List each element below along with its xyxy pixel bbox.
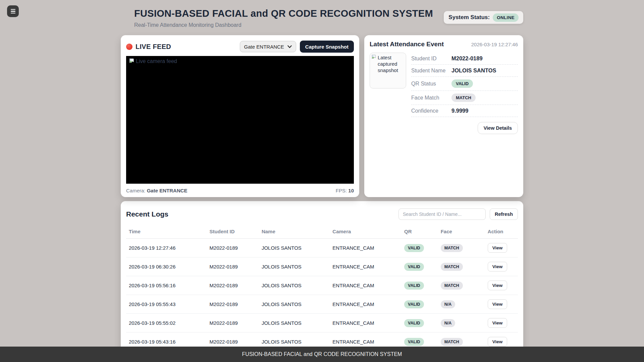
log-name: JOLOIS SANTOS bbox=[259, 257, 330, 276]
detail-row-confidence: Confidence 9.9999 bbox=[411, 105, 518, 117]
chevron-down-icon bbox=[287, 45, 292, 48]
face-badge: MATCH bbox=[441, 282, 463, 290]
recent-logs-card: Recent Logs Refresh Time Student ID Name bbox=[121, 201, 523, 362]
video-alt-text: Live camera feed bbox=[136, 58, 177, 64]
table-row: 2026-03-19 12:27:46 M2022-0189 JOLOIS SA… bbox=[126, 239, 518, 257]
broken-image-icon bbox=[129, 58, 135, 65]
menu-icon bbox=[11, 9, 15, 14]
student-name-value: JOLOIS SANTOS bbox=[451, 67, 496, 74]
fps-value: 10 bbox=[348, 188, 354, 193]
column-header-time: Time bbox=[126, 225, 207, 239]
face-match-badge: MATCH bbox=[451, 94, 476, 102]
log-student-id: M2022-0189 bbox=[207, 239, 259, 257]
menu-button[interactable] bbox=[7, 5, 19, 17]
log-name: JOLOIS SANTOS bbox=[259, 295, 330, 314]
camera-select[interactable]: Gate ENTRANCE bbox=[240, 41, 296, 52]
log-student-id: M2022-0189 bbox=[207, 295, 259, 314]
latest-event-title: Latest Attendance Event bbox=[370, 41, 444, 48]
detail-label: Student Name bbox=[411, 68, 451, 74]
qr-badge: VALID bbox=[404, 263, 424, 271]
qr-badge: VALID bbox=[404, 282, 424, 290]
view-button[interactable]: View bbox=[488, 262, 507, 272]
column-header-student-id: Student ID bbox=[207, 225, 259, 239]
live-feed-title: LIVE FEED bbox=[136, 43, 171, 51]
log-camera: ENTRANCE_CAM bbox=[330, 239, 401, 257]
qr-badge: VALID bbox=[404, 319, 424, 327]
recent-logs-title: Recent Logs bbox=[126, 210, 168, 218]
live-feed-card: LIVE FEED Gate ENTRANCE Capture Snapshot bbox=[121, 35, 359, 197]
camera-name: Gate ENTRANCE bbox=[147, 188, 187, 193]
camera-select-value: Gate ENTRANCE bbox=[244, 44, 284, 50]
face-badge: MATCH bbox=[441, 244, 463, 252]
column-header-action: Action bbox=[485, 225, 518, 239]
student-id-value: M2022-0189 bbox=[451, 55, 483, 62]
view-button[interactable]: View bbox=[488, 337, 507, 347]
log-student-id: M2022-0189 bbox=[207, 257, 259, 276]
log-time: 2026-03-19 06:30:26 bbox=[126, 257, 207, 276]
log-camera: ENTRANCE_CAM bbox=[330, 314, 401, 333]
system-status-label: System Status: bbox=[448, 14, 490, 21]
qr-badge: VALID bbox=[404, 244, 424, 252]
detail-label: Student ID bbox=[411, 56, 451, 62]
snapshot-placeholder: Latest captured snapshot bbox=[370, 53, 406, 88]
log-student-id: M2022-0189 bbox=[207, 276, 259, 295]
live-indicator-dot-icon bbox=[126, 44, 132, 50]
confidence-value: 9.9999 bbox=[451, 108, 468, 114]
table-row: 2026-03-19 05:56:16 M2022-0189 JOLOIS SA… bbox=[126, 276, 518, 295]
detail-row-student-name: Student Name JOLOIS SANTOS bbox=[411, 65, 518, 77]
face-badge: MATCH bbox=[441, 263, 463, 271]
table-row: 2026-03-19 05:55:43 M2022-0189 JOLOIS SA… bbox=[126, 295, 518, 314]
log-name: JOLOIS SANTOS bbox=[259, 239, 330, 257]
camera-meta: Camera: Gate ENTRANCE bbox=[126, 188, 187, 193]
face-badge: MATCH bbox=[441, 338, 463, 346]
fps-meta: FPS: 10 bbox=[336, 188, 354, 193]
column-header-qr: QR bbox=[401, 225, 438, 239]
view-button[interactable]: View bbox=[488, 281, 507, 290]
dashboard-page: FUSION-BASED FACIAL and QR CODE RECOGNIT… bbox=[0, 0, 644, 362]
log-time: 2026-03-19 05:55:43 bbox=[126, 295, 207, 314]
view-button[interactable]: View bbox=[488, 299, 507, 309]
live-video-frame: Live camera feed bbox=[126, 56, 354, 184]
column-header-camera: Camera bbox=[330, 225, 401, 239]
log-name: JOLOIS SANTOS bbox=[259, 314, 330, 333]
qr-badge: VALID bbox=[404, 300, 424, 308]
fps-label: FPS: bbox=[336, 188, 347, 193]
camera-label: Camera: bbox=[126, 188, 146, 193]
system-status: System Status: ONLINE bbox=[444, 11, 523, 24]
header: FUSION-BASED FACIAL and QR CODE RECOGNIT… bbox=[121, 0, 523, 35]
log-time: 2026-03-19 12:27:46 bbox=[126, 239, 207, 257]
face-badge: N/A bbox=[441, 319, 455, 327]
logs-header-row: Time Student ID Name Camera QR Face Acti… bbox=[126, 225, 518, 239]
log-time: 2026-03-19 05:56:16 bbox=[126, 276, 207, 295]
view-button[interactable]: View bbox=[488, 243, 507, 253]
capture-snapshot-button[interactable]: Capture Snapshot bbox=[300, 41, 354, 53]
face-badge: N/A bbox=[441, 300, 455, 308]
footer-text: FUSION-BASED FACIAL and QR CODE RECOGNIT… bbox=[242, 351, 402, 357]
snapshot-alt-text: Latest captured snapshot bbox=[378, 55, 405, 73]
qr-status-badge: VALID bbox=[451, 79, 473, 88]
view-button[interactable]: View bbox=[488, 318, 507, 328]
log-camera: ENTRANCE_CAM bbox=[330, 257, 401, 276]
refresh-button[interactable]: Refresh bbox=[490, 208, 518, 220]
detail-row-qr-status: QR Status VALID bbox=[411, 77, 518, 91]
column-header-name: Name bbox=[259, 225, 330, 239]
latest-event-timestamp: 2026-03-19 12:27:46 bbox=[471, 42, 518, 47]
view-details-button[interactable]: View Details bbox=[478, 122, 518, 134]
log-name: JOLOIS SANTOS bbox=[259, 276, 330, 295]
status-badge: ONLINE bbox=[493, 13, 519, 22]
footer-bar: FUSION-BASED FACIAL and QR CODE RECOGNIT… bbox=[0, 347, 644, 362]
table-row: 2026-03-19 06:30:26 M2022-0189 JOLOIS SA… bbox=[126, 257, 518, 276]
detail-row-face-match: Face Match MATCH bbox=[411, 91, 518, 105]
column-header-face: Face bbox=[438, 225, 485, 239]
detail-label: Face Match bbox=[411, 95, 451, 101]
event-detail-list: Student ID M2022-0189 Student Name JOLOI… bbox=[411, 53, 518, 117]
detail-row-student-id: Student ID M2022-0189 bbox=[411, 53, 518, 65]
log-time: 2026-03-19 05:55:02 bbox=[126, 314, 207, 333]
log-camera: ENTRANCE_CAM bbox=[330, 276, 401, 295]
search-input[interactable] bbox=[398, 208, 486, 220]
detail-label: Confidence bbox=[411, 108, 451, 114]
table-row: 2026-03-19 05:55:02 M2022-0189 JOLOIS SA… bbox=[126, 314, 518, 333]
log-student-id: M2022-0189 bbox=[207, 314, 259, 333]
qr-badge: VALID bbox=[404, 338, 424, 346]
broken-image-icon bbox=[371, 55, 376, 61]
